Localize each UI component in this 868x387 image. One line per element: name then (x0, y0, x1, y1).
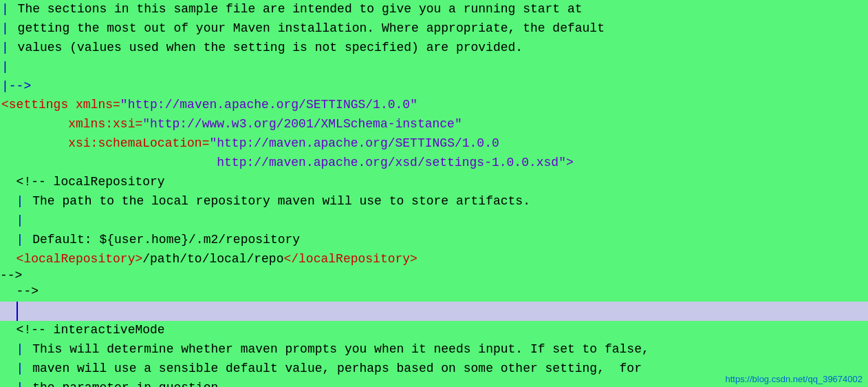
cursor (17, 302, 18, 321)
code-line-3: | values (values used when the setting i… (0, 39, 868, 58)
line-content-20: the parameter in question. (32, 379, 226, 387)
line-content-3: values (values used when the setting is … (18, 39, 523, 58)
line-content-17: <!-- interactiveMode (1, 321, 165, 340)
line-content-7b: = (135, 115, 142, 134)
line-content-19: maven will use a sensible default value,… (32, 359, 642, 379)
code-line-8: xsi:schemaLocation="http://maven.apache.… (0, 134, 868, 154)
line-content-6a: <settings (1, 96, 76, 115)
line-content-6d: "http://maven.apache.org/SETTINGS/1.0.0" (120, 96, 417, 115)
code-line-12: | (0, 211, 868, 231)
gutter-13: | (1, 231, 32, 250)
line-content-7c: "http://www.w3.org/2001/XMLSchema-instan… (142, 115, 462, 134)
line-content-1: The sections in this sample file are int… (18, 0, 583, 19)
code-line-18: | This will determine whether maven prom… (0, 340, 868, 359)
code-line-9: http://maven.apache.org/xsd/settings-1.0… (0, 154, 868, 173)
gutter-1: | (1, 0, 18, 19)
code-line-4: | (0, 58, 868, 77)
gutter-3: | (1, 39, 18, 58)
code-line-16 (0, 302, 868, 321)
line-content-2: getting the most out of your Maven insta… (18, 19, 605, 39)
line-content-15: --> (1, 282, 39, 302)
code-line-15: --> (0, 282, 868, 302)
line-content-8c: "http://maven.apache.org/SETTINGS/1.0.0 (209, 134, 499, 154)
code-editor: | The sections in this sample file are i… (0, 0, 868, 387)
code-line-7: xmlns:xsi="http://www.w3.org/2001/XMLSch… (0, 115, 868, 134)
line-content-14c: </localRepository> (283, 250, 417, 269)
gutter-5: |--> (1, 77, 32, 96)
line-content-10: <!-- localRepository (1, 173, 165, 192)
gutter-19: | (1, 359, 32, 379)
gutter-4: | (1, 58, 18, 77)
line-content-8b: = (202, 134, 210, 154)
code-line-17: <!-- interactiveMode (0, 321, 868, 340)
line-content-14b: /path/to/local/repo (142, 250, 283, 269)
watermark-link[interactable]: https://blog.csdn.net/qq_39674002 (726, 374, 863, 384)
code-line-1: | The sections in this sample file are i… (0, 0, 868, 19)
line-indent-7 (1, 115, 68, 134)
cursor-line (1, 302, 17, 321)
gutter-2: | (1, 19, 18, 39)
gutter-12: | (1, 211, 32, 231)
line-content-13: Default: ${user.home}/.m2/repository (32, 231, 300, 250)
line-content-14: <localRepository> (1, 250, 142, 269)
line-content-11: The path to the local repository maven w… (32, 192, 530, 211)
code-line-11: | The path to the local repository maven… (0, 192, 868, 211)
line-content-7a: xmlns:xsi (68, 115, 135, 134)
code-line-13: | Default: ${user.home}/.m2/repository (0, 231, 868, 250)
code-line-14: <localRepository>/path/to/local/repo</lo… (0, 250, 868, 269)
line-content-6b: xmlns (76, 96, 113, 115)
line-content-18: This will determine whether maven prompt… (32, 340, 649, 359)
line-content-6c: = (113, 96, 120, 115)
line-indent-9 (1, 154, 217, 173)
code-line-10: <!-- localRepository (0, 173, 868, 192)
line-content-8a: xsi:schemaLocation (68, 134, 202, 154)
line-content-9: http://maven.apache.org/xsd/settings-1.0… (217, 154, 573, 173)
gutter-18: | (1, 340, 32, 359)
code-line-2: | getting the most out of your Maven ins… (0, 19, 868, 39)
line-indent-8 (1, 134, 68, 154)
code-line-5: |--> (0, 77, 868, 96)
code-line-6: <settings xmlns="http://maven.apache.org… (0, 96, 868, 115)
gutter-11: | (1, 192, 32, 211)
gutter-20: | (1, 379, 32, 387)
